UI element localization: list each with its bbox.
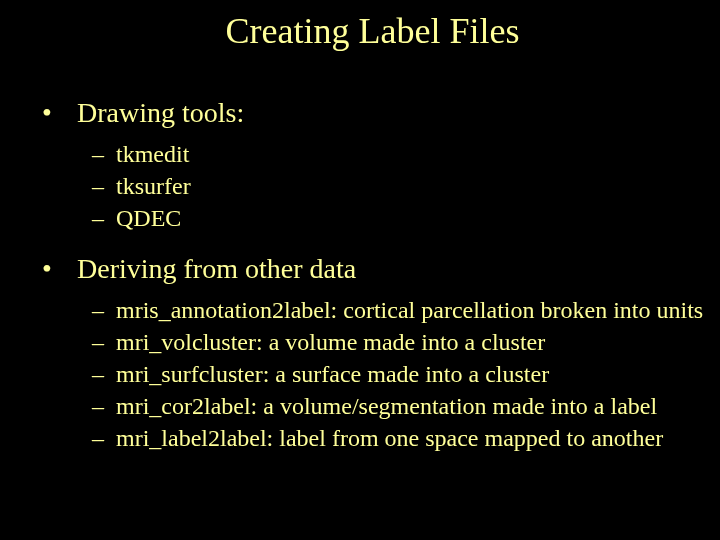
section-heading-text: Drawing tools: xyxy=(77,97,244,128)
list-item: mri_surfcluster: a surface made into a c… xyxy=(92,359,720,389)
list-item: tksurfer xyxy=(92,171,720,201)
slide-title: Creating Label Files xyxy=(0,10,720,52)
list-item: mri_label2label: label from one space ma… xyxy=(92,423,720,453)
list-item-text: tksurfer xyxy=(116,173,191,199)
list-item: mri_volcluster: a volume made into a clu… xyxy=(92,327,720,357)
list-item: mri_cor2label: a volume/segmentation mad… xyxy=(92,391,720,421)
list-item-text: QDEC xyxy=(116,205,181,231)
list-item: mris_annotation2label: cortical parcella… xyxy=(92,295,720,325)
list-item: tkmedit xyxy=(92,139,720,169)
list-item-text: mri_cor2label: a volume/segmentation mad… xyxy=(116,393,657,419)
list-item-text: mri_volcluster: a volume made into a clu… xyxy=(116,329,545,355)
slide: Creating Label Files Drawing tools: tkme… xyxy=(0,0,720,453)
section-heading: Deriving from other data mris_annotation… xyxy=(50,253,720,453)
bullet-list: Drawing tools: tkmedit tksurfer QDEC Der… xyxy=(0,97,720,453)
list-item: QDEC xyxy=(92,203,720,233)
list-item-text: mri_surfcluster: a surface made into a c… xyxy=(116,361,549,387)
section-heading: Drawing tools: tkmedit tksurfer QDEC xyxy=(50,97,720,233)
list-item-text: mri_label2label: label from one space ma… xyxy=(116,425,663,451)
section-heading-text: Deriving from other data xyxy=(77,253,356,284)
list-item-text: tkmedit xyxy=(116,141,189,167)
sub-list: tkmedit tksurfer QDEC xyxy=(50,139,720,233)
sub-list: mris_annotation2label: cortical parcella… xyxy=(50,295,720,453)
list-item-text: mris_annotation2label: cortical parcella… xyxy=(116,297,703,323)
